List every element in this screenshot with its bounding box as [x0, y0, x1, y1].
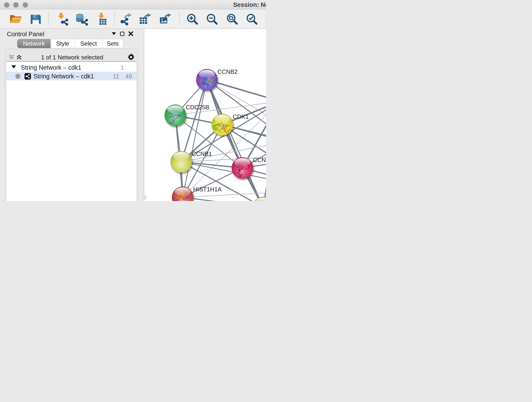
- svg-text:HIST1H1A: HIST1H1A: [193, 186, 222, 193]
- svg-text:CDC25B: CDC25B: [186, 104, 209, 111]
- svg-text:CCNB2: CCNB2: [217, 68, 238, 75]
- svg-text:CCNA2: CCNA2: [253, 157, 266, 163]
- svg-text:CCNB1: CCNB1: [192, 150, 212, 157]
- svg-text:CDK1: CDK1: [233, 113, 249, 120]
